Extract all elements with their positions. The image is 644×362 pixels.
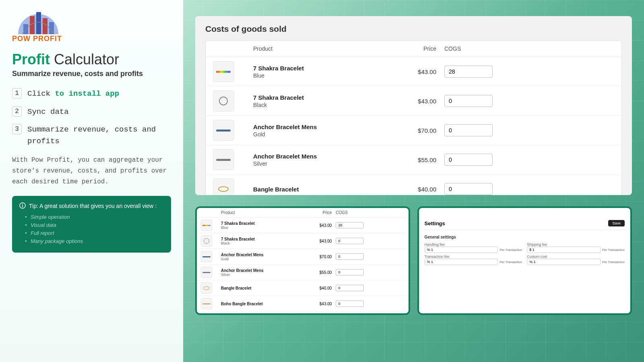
step-number: 2 <box>12 106 22 117</box>
product-variant: Blue <box>221 226 312 230</box>
cogs-input[interactable] <box>336 238 364 244</box>
step-number: 3 <box>12 124 22 134</box>
mini-table-row: Anchor Bracelet MensSilver $55.00 <box>197 265 409 280</box>
product-name: 7 Shakra Bracelet <box>253 94 400 101</box>
field-label: Custom cost <box>527 255 625 259</box>
thumbnail-cogs[interactable]: Product Price COGS 7 Shakra BraceletBlue… <box>195 206 410 315</box>
product-image <box>201 298 212 309</box>
table-row: 7 Shakra BraceletBlack $43.00 <box>206 86 621 116</box>
product-variant: Blue <box>253 72 400 79</box>
product-price: $40.00 <box>312 286 332 290</box>
cogs-input[interactable] <box>444 66 493 78</box>
table-row: Anchor Bracelet MensGold $70.00 <box>206 116 621 145</box>
product-image <box>201 282 212 294</box>
svg-rect-3 <box>43 18 47 34</box>
left-panel: POW PROFIT Profit Calculator Summarize r… <box>0 0 183 362</box>
per-label: Per Transaction <box>500 260 522 264</box>
cogs-input[interactable] <box>444 183 493 195</box>
cogs-input[interactable] <box>444 154 493 166</box>
field-label: Handling fee <box>425 243 522 247</box>
product-name: Boho Bangle Bracelet <box>221 302 312 306</box>
thumbnail-settings[interactable]: Settings Save General settings Handling … <box>417 206 632 315</box>
mini-header: Product Price COGS <box>197 208 409 218</box>
logo: POW PROFIT <box>12 8 171 43</box>
product-variant: Black <box>221 241 312 245</box>
product-variant: Gold <box>221 257 312 261</box>
description: With Pow Profit, you can aggregate your … <box>12 155 171 188</box>
product-image <box>201 220 212 231</box>
product-image <box>213 90 234 111</box>
product-image <box>213 149 234 170</box>
tip-list: Simple operationVisual dataFull reportMa… <box>19 214 164 244</box>
product-name: Anchor Bracelet Mens <box>221 253 312 257</box>
product-variant: Black <box>253 102 400 108</box>
step-text: Summarize revenue, costs and profits <box>27 124 171 147</box>
settings-field: Custom costPer Transaction <box>527 255 625 265</box>
fee-input[interactable] <box>425 259 498 265</box>
product-price: $55.00 <box>400 156 436 163</box>
product-name: 7 Shakra Bracelet <box>253 65 400 72</box>
cogs-input[interactable] <box>336 222 364 228</box>
cogs-rows: 7 Shakra BraceletBlue $43.00 7 Shakra Br… <box>206 57 621 195</box>
cogs-input[interactable] <box>444 124 493 136</box>
field-label: Transaction fee <box>425 255 522 259</box>
svg-point-6 <box>22 204 23 204</box>
step-number: 1 <box>12 88 22 99</box>
mini-table-row: 7 Shakra BraceletBlue $43.00 <box>197 218 409 233</box>
right-panel: Costs of goods sold Product Price COGS 7… <box>183 0 644 362</box>
tip-header: Tip: A great solution that gives you an … <box>19 202 164 210</box>
product-variant: Silver <box>221 273 312 277</box>
step-item: 2Sync data <box>12 106 171 118</box>
cogs-input[interactable] <box>336 269 364 276</box>
tip-box: Tip: A great solution that gives you an … <box>12 196 171 253</box>
product-price: $43.00 <box>312 302 332 306</box>
product-name: Anchor Bracelet Mens <box>221 268 312 273</box>
product-price: $43.00 <box>400 98 436 105</box>
fee-input[interactable] <box>527 247 601 253</box>
field-label: Shipping fee <box>527 243 625 247</box>
product-image <box>201 251 212 262</box>
product-variant: Gold <box>253 131 400 138</box>
cogs-input[interactable] <box>444 95 493 107</box>
settings-grid: Handling feePer TransactionShipping feeP… <box>423 243 627 265</box>
cogs-table: Product Price COGS 7 Shakra BraceletBlue… <box>205 40 622 195</box>
cogs-input[interactable] <box>336 300 364 307</box>
product-name: 7 Shakra Bracelet <box>221 237 312 241</box>
svg-rect-2 <box>36 12 41 34</box>
product-price: $70.00 <box>312 255 332 259</box>
product-name: Anchor Bracelet Mens <box>253 123 400 130</box>
settings-field: Handling feePer Transaction <box>425 243 522 253</box>
product-price: $43.00 <box>312 239 332 243</box>
mini-table-row: Anchor Bracelet MensGold $70.00 <box>197 249 409 265</box>
product-name: Bangle Bracelet <box>221 286 312 290</box>
product-image <box>201 267 212 278</box>
step-item: 3Summarize revenue, costs and profits <box>12 124 171 147</box>
settings-title: Settings <box>425 220 445 226</box>
svg-rect-7 <box>22 205 23 207</box>
step-item: 1Click to install app <box>12 88 171 100</box>
product-price: $43.00 <box>312 223 332 228</box>
page-title: Profit Calculator <box>12 51 171 68</box>
step-text: Sync data <box>27 106 69 118</box>
info-icon <box>19 202 26 210</box>
cogs-title: Costs of goods sold <box>205 24 622 34</box>
product-price: $40.00 <box>400 186 436 193</box>
mini-table-row: Boho Bangle Bracelet $43.00 <box>197 296 409 312</box>
page-subtitle: Summarize revenue, costs and profits <box>12 70 171 78</box>
product-name: Bangle Bracelet <box>253 186 400 193</box>
per-label: Per Transaction <box>500 248 522 252</box>
cogs-input[interactable] <box>336 285 364 291</box>
table-row: Bangle Bracelet $40.00 <box>206 175 621 195</box>
tip-item: Visual data <box>31 222 164 228</box>
product-image <box>213 120 234 141</box>
step-text: Click to install app <box>27 88 119 100</box>
general-settings-label: General settings <box>423 234 627 240</box>
product-image <box>213 179 234 195</box>
fee-input[interactable] <box>527 259 601 265</box>
cogs-input[interactable] <box>336 253 364 260</box>
logo-text: POW PROFIT <box>12 35 171 43</box>
product-name: Anchor Bracelet Mens <box>253 153 400 160</box>
fee-input[interactable] <box>425 247 498 253</box>
save-button[interactable]: Save <box>608 220 625 226</box>
product-price: $43.00 <box>400 68 436 75</box>
